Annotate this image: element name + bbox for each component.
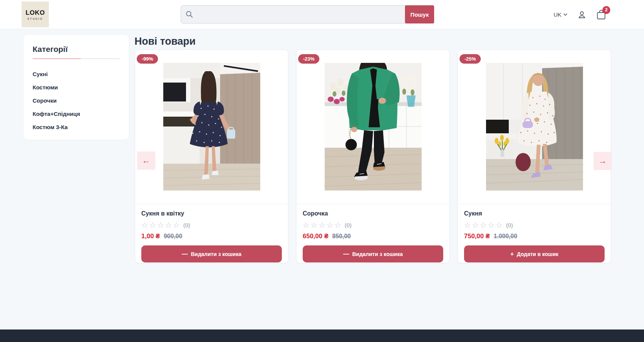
current-price: 650,00 ₴ — [303, 233, 328, 240]
rating: ☆☆☆☆☆ (0) — [464, 221, 605, 229]
plus-icon: + — [510, 251, 514, 258]
category-list: Сукні Костюми Сорочки Кофта+Спідниця Кос… — [33, 67, 120, 134]
cart-button[interactable]: 2 — [596, 9, 606, 20]
footer-bar — [0, 330, 644, 342]
product-image-link[interactable] — [458, 50, 611, 204]
product-info: Сорочка ☆☆☆☆☆ (0) 650,00 ₴ 850,00 — Вида… — [297, 204, 449, 262]
product-photo-white-dress — [486, 63, 583, 191]
discount-badge: -25% — [460, 54, 481, 64]
star-icon: ☆ — [141, 221, 148, 229]
star-icon: ☆ — [335, 221, 341, 229]
star-icon: ☆ — [157, 221, 164, 229]
product-card: -99% — [135, 50, 288, 263]
product-grid: -99% — [135, 50, 611, 263]
cart-button-label: Видалити з кошика — [352, 251, 403, 257]
star-icon: ☆ — [327, 221, 333, 229]
sidebar-item-sukni[interactable]: Сукні — [33, 67, 120, 81]
star-icon: ☆ — [173, 221, 180, 229]
sidebar-item-kofta[interactable]: Кофта+Спідниця — [33, 107, 120, 120]
search-input[interactable] — [181, 5, 434, 23]
price-row: 750,00 ₴ 1.000,00 — [464, 233, 605, 240]
product-card: -25% — [458, 50, 611, 263]
header: LOKO STUDIO Пошук UK 2 — [0, 0, 644, 29]
rating: ☆☆☆☆☆ (0) — [141, 221, 282, 229]
price-row: 650,00 ₴ 850,00 — [303, 233, 443, 240]
sidebar-title: Категорії — [33, 45, 120, 54]
page-title: Нові товари — [134, 36, 195, 47]
search-bar: Пошук — [181, 5, 434, 23]
add-to-cart-button[interactable]: + Додати в кошик — [464, 245, 605, 262]
star-icon: ☆ — [303, 221, 309, 229]
old-price: 1.000,00 — [494, 233, 517, 240]
chevron-down-icon — [563, 13, 567, 16]
star-icon: ☆ — [165, 221, 172, 229]
rating: ☆☆☆☆☆ (0) — [303, 221, 443, 229]
product-photo-navy-dress — [163, 63, 260, 191]
carousel-prev-button[interactable]: ← — [137, 151, 155, 170]
star-icon: ☆ — [488, 221, 495, 229]
product-title[interactable]: Сорочка — [303, 210, 443, 217]
user-icon — [577, 10, 586, 19]
product-title[interactable]: Сукня в квітку — [141, 210, 282, 217]
star-icon: ☆ — [480, 221, 487, 229]
remove-from-cart-button[interactable]: — Видалити з кошика — [303, 245, 443, 262]
language-label: UK — [553, 11, 561, 18]
product-card: -23% — [296, 50, 450, 263]
current-price: 1,00 ₴ — [141, 233, 160, 240]
sidebar-item-kostum3[interactable]: Костюм 3-Ка — [33, 120, 120, 134]
discount-badge: -99% — [137, 54, 158, 64]
product-image-link[interactable] — [297, 50, 449, 204]
star-icon: ☆ — [464, 221, 471, 229]
language-selector[interactable]: UK — [553, 11, 567, 18]
sidebar-item-kostumy[interactable]: Костюми — [33, 81, 120, 94]
product-info: Сукня ☆☆☆☆☆ (0) 750,00 ₴ 1.000,00 + Дода… — [458, 204, 611, 262]
star-icon: ☆ — [311, 221, 317, 229]
price-row: 1,00 ₴ 900,00 — [141, 233, 282, 240]
star-icon: ☆ — [496, 221, 503, 229]
brand-subname: STUDIO — [27, 17, 43, 20]
remove-from-cart-button[interactable]: — Видалити з кошика — [141, 245, 282, 262]
product-title[interactable]: Сукня — [464, 210, 605, 217]
categories-sidebar: Категорії Сукні Костюми Сорочки Кофта+Сп… — [23, 35, 129, 140]
cart-count-badge: 2 — [602, 6, 610, 14]
cart-button-label: Додати в кошик — [517, 251, 558, 257]
search-button[interactable]: Пошук — [405, 5, 434, 23]
old-price: 850,00 — [332, 233, 351, 240]
discount-badge: -23% — [298, 54, 319, 64]
rating-count: (0) — [506, 222, 513, 228]
account-button[interactable] — [577, 10, 586, 19]
sidebar-item-sorochky[interactable]: Сорочки — [33, 94, 120, 107]
carousel-next-button[interactable]: → — [594, 152, 612, 170]
sidebar-divider — [33, 58, 120, 59]
star-icon: ☆ — [472, 221, 479, 229]
rating-count: (0) — [345, 222, 352, 228]
header-actions: UK 2 — [553, 0, 606, 29]
minus-icon: — — [182, 251, 188, 258]
brand-logo[interactable]: LOKO STUDIO — [22, 2, 49, 27]
product-info: Сукня в квітку ☆☆☆☆☆ (0) 1,00 ₴ 900,00 —… — [135, 204, 288, 262]
old-price: 900,00 — [164, 233, 182, 240]
brand-name: LOKO — [25, 9, 45, 17]
product-photo-green-shirt — [325, 63, 422, 191]
cart-button-label: Видалити з кошика — [191, 251, 242, 257]
current-price: 750,00 ₴ — [464, 233, 490, 240]
star-icon: ☆ — [319, 221, 325, 229]
minus-icon: — — [343, 251, 349, 258]
arrow-right-icon: → — [599, 156, 607, 166]
product-image-link[interactable] — [135, 50, 288, 204]
arrow-left-icon: ← — [142, 156, 150, 166]
rating-count: (0) — [183, 222, 190, 228]
star-icon: ☆ — [149, 221, 156, 229]
